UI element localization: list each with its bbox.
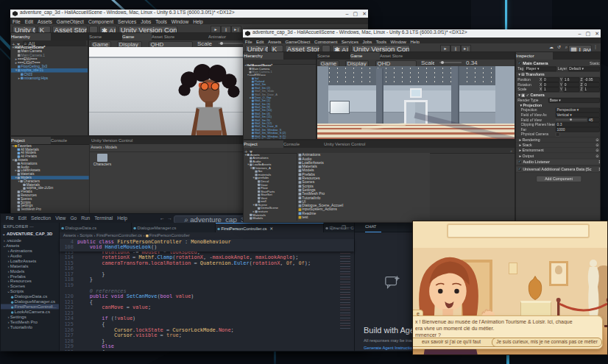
layer-select[interactable]: Default ▾ bbox=[568, 66, 600, 71]
menu-item[interactable]: Edit bbox=[25, 19, 33, 24]
slider[interactable] bbox=[556, 119, 587, 120]
minimize-icon[interactable]: – bbox=[346, 10, 349, 18]
add-button[interactable]: + ▾ bbox=[244, 148, 253, 153]
editor-tab[interactable]: FirstPersonController.cs ✕ bbox=[216, 223, 324, 232]
dropdown-field[interactable]: Perspective ▾ bbox=[556, 107, 600, 113]
dialog-choice-button[interactable]: Je suis curieux, mis je ne connais pas c… bbox=[492, 338, 602, 347]
kebab-icon[interactable]: ⋮ bbox=[598, 167, 600, 171]
explorer-item[interactable]: ›Resources bbox=[1, 279, 59, 284]
axis-field[interactable]: -0.95 bbox=[584, 77, 600, 82]
close-icon[interactable]: ✕ bbox=[362, 10, 367, 18]
breadcrumb-item[interactable]: FirstPersonController bbox=[149, 233, 190, 238]
slider-knob[interactable] bbox=[570, 118, 572, 121]
step-button[interactable]: ►∣ bbox=[461, 45, 471, 52]
ai-button[interactable]: ✱ AI bbox=[99, 26, 117, 33]
foldout-output[interactable]: ▸ Output⊙ bbox=[516, 153, 600, 158]
cloud-icon[interactable]: ☁ bbox=[549, 44, 554, 51]
bottom-tab-unity-version-control[interactable]: Unity Version Control bbox=[324, 140, 417, 148]
pause-button[interactable]: ∥ bbox=[450, 45, 461, 52]
menu-item[interactable]: Component bbox=[88, 19, 113, 24]
menu-item[interactable]: Help bbox=[193, 19, 203, 24]
close-icon[interactable]: ✕ bbox=[269, 226, 273, 231]
foldout-environment[interactable]: ▸ Environment⊙ bbox=[516, 147, 600, 152]
view-tab-asset-store[interactable]: Asset Store bbox=[380, 52, 436, 60]
render-type-select[interactable]: Base ▾ bbox=[548, 98, 600, 103]
editor-tab[interactable]: DialogueManager.cs bbox=[132, 223, 216, 232]
explorer-item[interactable]: ›Scenes bbox=[1, 284, 59, 289]
nav-forward-icon[interactable]: → bbox=[167, 214, 172, 223]
search-input[interactable]: ⌕ All bbox=[23, 40, 86, 46]
breadcrumb-item[interactable]: FirstPersonController.cs bbox=[96, 233, 142, 238]
project-root[interactable]: ADVENTURE_CAP_3D bbox=[7, 232, 52, 236]
nav-back-icon[interactable]: ← bbox=[160, 214, 165, 223]
account-button[interactable]: K bbox=[38, 26, 51, 33]
menu-item[interactable]: Assets bbox=[38, 19, 52, 24]
tab-chat[interactable]: CHAT bbox=[365, 223, 381, 232]
explorer-item[interactable]: ›LoafbrAssets bbox=[1, 258, 59, 263]
explorer-item[interactable]: DialogueManager.cs bbox=[1, 299, 59, 304]
unity-version-button[interactable]: Unity 6 bbox=[13, 26, 36, 33]
menu-item[interactable]: Edit bbox=[18, 215, 26, 222]
transform-section-header[interactable]: ▾ ⊞ Transform bbox=[516, 71, 600, 77]
asset-store-button[interactable]: Asset Store bbox=[52, 26, 88, 33]
explorer-item[interactable]: ›Settings bbox=[1, 314, 59, 319]
menu-item[interactable]: Window bbox=[172, 19, 188, 24]
project-folder[interactable]: Characters bbox=[93, 154, 112, 166]
breadcrumb-item[interactable]: Assets bbox=[63, 233, 76, 238]
bottom-tab-console[interactable]: Console bbox=[283, 140, 323, 148]
tree-item[interactable]: Wall_3m_Window_S (3) bbox=[244, 138, 316, 139]
explorer-item[interactable]: ›.vscode bbox=[1, 238, 59, 243]
tab-hierarchy[interactable]: Hierarchy bbox=[11, 33, 51, 40]
menu-item[interactable]: Tools bbox=[155, 19, 166, 24]
explorer-item[interactable]: ›TextMesh Pro bbox=[1, 319, 59, 324]
scale-slider[interactable] bbox=[439, 62, 462, 63]
foldout-rendering[interactable]: ▸ Rendering⊙ bbox=[516, 137, 600, 142]
axis-field[interactable]: 0 bbox=[542, 77, 559, 82]
component-header[interactable]: ✓Universal Additional Camera Data (Sc⋮ bbox=[516, 166, 600, 173]
breadcrumb[interactable]: Assets › Scripts › FirstPersonController… bbox=[60, 232, 354, 239]
component-checkbox[interactable]: ✓ bbox=[517, 160, 522, 164]
search-icon[interactable]: ⌕ bbox=[565, 44, 568, 51]
view-tab-scene[interactable]: Scene bbox=[317, 52, 350, 60]
unity-version-button[interactable]: Unity 6 bbox=[245, 45, 269, 52]
tag-select[interactable]: Player ▾ bbox=[525, 66, 556, 71]
menu-item[interactable]: GameObject bbox=[57, 19, 84, 24]
menu-item[interactable]: Services bbox=[118, 19, 136, 24]
ai-button[interactable]: ✱ AI bbox=[332, 45, 350, 52]
explorer-item[interactable]: ›Materials bbox=[1, 263, 59, 268]
undo-history-icon[interactable]: ↺ bbox=[557, 44, 561, 51]
menu-item[interactable]: Selection bbox=[31, 215, 51, 222]
bottom-tab-project[interactable]: Project bbox=[11, 137, 51, 144]
tree-item[interactable]: Models bbox=[244, 216, 297, 220]
menu-item[interactable]: File bbox=[13, 19, 21, 24]
add-component-button[interactable]: Add Component bbox=[536, 176, 582, 182]
menu-item[interactable]: Go bbox=[70, 215, 77, 222]
view-tab-game[interactable]: Game bbox=[350, 52, 380, 60]
project-asset[interactable]: test bbox=[297, 215, 430, 219]
minimap[interactable] bbox=[340, 240, 350, 329]
asset-store-button[interactable]: Asset Store bbox=[285, 45, 320, 52]
add-button[interactable]: + ▾ bbox=[12, 40, 21, 46]
enabled-checkbox[interactable]: ✓ bbox=[517, 61, 522, 65]
bottom-tab-project[interactable]: Project bbox=[244, 140, 283, 148]
tab-inspector[interactable]: Inspector bbox=[516, 52, 553, 60]
breadcrumb-item[interactable]: Scripts bbox=[79, 233, 93, 238]
game-viewport[interactable] bbox=[317, 66, 515, 139]
view-tab-game[interactable]: Game bbox=[122, 33, 152, 40]
explorer-item[interactable]: ›TutorialInfo bbox=[1, 324, 59, 329]
component-checkbox[interactable]: ✓ bbox=[517, 167, 522, 171]
bottom-tab-console[interactable]: Console bbox=[51, 137, 91, 144]
slider-value[interactable]: 45 bbox=[587, 118, 600, 123]
checkbox[interactable] bbox=[556, 132, 560, 137]
axis-field[interactable]: 1.6 bbox=[563, 77, 579, 82]
camera-section-header[interactable]: ▾ ▣ ✓ Camera bbox=[516, 92, 600, 98]
number-field[interactable]: 1000 bbox=[556, 127, 600, 132]
editor-more-icon[interactable]: ⋯ bbox=[347, 225, 353, 230]
axis-field[interactable]: 1 bbox=[563, 87, 579, 92]
menu-item[interactable]: View bbox=[55, 215, 66, 222]
menu-item[interactable]: File bbox=[6, 215, 14, 222]
menu-item[interactable]: Run bbox=[81, 215, 90, 222]
kebab-icon[interactable]: ⋮ bbox=[598, 160, 600, 164]
pause-button[interactable]: ∥ bbox=[221, 26, 231, 33]
split-editor-icon[interactable]: ❐ bbox=[342, 225, 346, 230]
